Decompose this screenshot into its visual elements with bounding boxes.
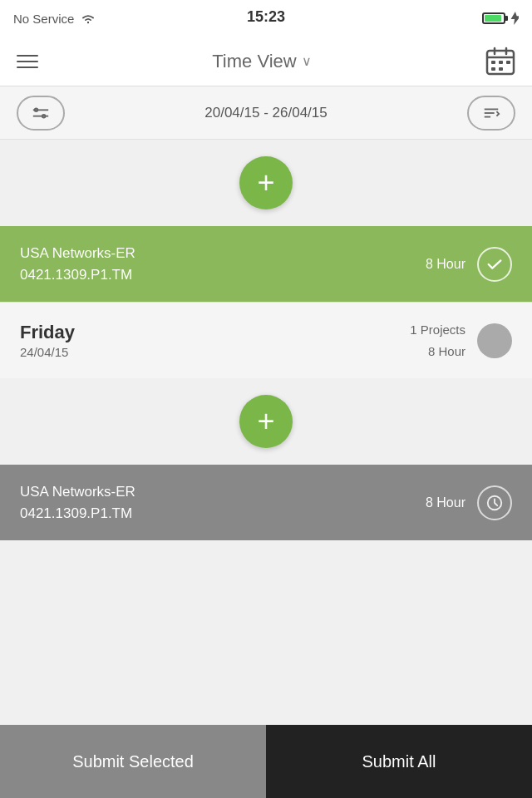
project-count: 1 Projects bbox=[410, 319, 466, 341]
battery-icon bbox=[482, 12, 505, 24]
day-info: 1 Projects 8 Hour bbox=[410, 319, 466, 362]
filter-bar: 20/04/15 - 26/04/15 bbox=[0, 86, 532, 140]
svg-rect-9 bbox=[499, 67, 503, 71]
day-text: Friday 24/04/15 bbox=[20, 322, 75, 359]
status-left: No Service bbox=[13, 12, 96, 26]
add-btn-wrapper-1: + bbox=[0, 140, 532, 226]
day-right: 1 Projects 8 Hour bbox=[410, 319, 512, 362]
date-range: 20/04/15 - 26/04/15 bbox=[204, 105, 327, 121]
hours-1: 8 Hour bbox=[426, 257, 466, 272]
add-btn-wrapper-2: + bbox=[0, 378, 532, 465]
entry-right-2: 8 Hour bbox=[426, 485, 512, 520]
status-bar: No Service 15:23 bbox=[0, 0, 532, 37]
bottom-bar: Submit Selected Submit All bbox=[0, 725, 532, 798]
project-code-2: 0421.1309.P1.TM bbox=[20, 503, 135, 525]
hamburger-line-3 bbox=[17, 66, 38, 68]
battery-fill bbox=[485, 15, 501, 22]
hamburger-line-2 bbox=[17, 61, 38, 62]
hours-2: 8 Hour bbox=[426, 495, 466, 510]
nav-bar: Time View ∨ bbox=[0, 37, 532, 86]
svg-rect-5 bbox=[491, 61, 495, 64]
submit-selected-button[interactable]: Submit Selected bbox=[0, 725, 266, 798]
submit-all-button[interactable]: Submit All bbox=[266, 725, 532, 798]
nav-title[interactable]: Time View ∨ bbox=[212, 51, 311, 72]
day-name: Friday bbox=[20, 322, 75, 343]
check-circle-icon bbox=[477, 247, 512, 282]
status-right bbox=[482, 12, 519, 25]
svg-rect-6 bbox=[499, 61, 503, 64]
svg-rect-7 bbox=[506, 61, 510, 64]
project-entry-selected[interactable]: USA Networks-ER 0421.1309.P1.TM 8 Hour bbox=[0, 226, 532, 302]
day-hours: 8 Hour bbox=[410, 341, 466, 362]
entry-text-2: USA Networks-ER 0421.1309.P1.TM bbox=[20, 481, 135, 524]
svg-point-0 bbox=[87, 22, 89, 23]
wifi-icon bbox=[81, 12, 96, 24]
entry-right-1: 8 Hour bbox=[426, 247, 512, 282]
nav-title-text: Time View bbox=[212, 51, 296, 72]
svg-rect-8 bbox=[491, 67, 495, 71]
day-row-friday: Friday 24/04/15 1 Projects 8 Hour bbox=[0, 302, 532, 378]
clock-icon bbox=[485, 494, 504, 512]
add-entry-button-1[interactable]: + bbox=[239, 156, 293, 209]
project-name-1: USA Networks-ER bbox=[20, 243, 135, 264]
carrier-text: No Service bbox=[13, 12, 74, 26]
charging-icon bbox=[510, 12, 519, 25]
chevron-down-icon: ∨ bbox=[302, 53, 312, 69]
day-circle bbox=[477, 323, 512, 358]
sort-icon bbox=[482, 104, 500, 122]
filter-button[interactable] bbox=[17, 96, 65, 131]
sort-button[interactable] bbox=[467, 96, 515, 131]
status-time: 15:23 bbox=[247, 8, 285, 26]
entry-text-1: USA Networks-ER 0421.1309.P1.TM bbox=[20, 243, 135, 285]
calendar-icon[interactable] bbox=[485, 47, 515, 76]
hamburger-line-1 bbox=[17, 55, 38, 57]
content-area: + USA Networks-ER 0421.1309.P1.TM 8 Hour… bbox=[0, 140, 532, 540]
add-entry-button-2[interactable]: + bbox=[239, 395, 293, 448]
checkmark-icon bbox=[485, 255, 504, 273]
day-date: 24/04/15 bbox=[20, 345, 75, 359]
filter-icon bbox=[32, 104, 50, 122]
project-name-2: USA Networks-ER bbox=[20, 481, 135, 503]
hamburger-menu[interactable] bbox=[17, 55, 38, 68]
clock-circle-icon bbox=[477, 485, 512, 520]
project-code-1: 0421.1309.P1.TM bbox=[20, 264, 135, 286]
project-entry-pending[interactable]: USA Networks-ER 0421.1309.P1.TM 8 Hour bbox=[0, 465, 532, 540]
